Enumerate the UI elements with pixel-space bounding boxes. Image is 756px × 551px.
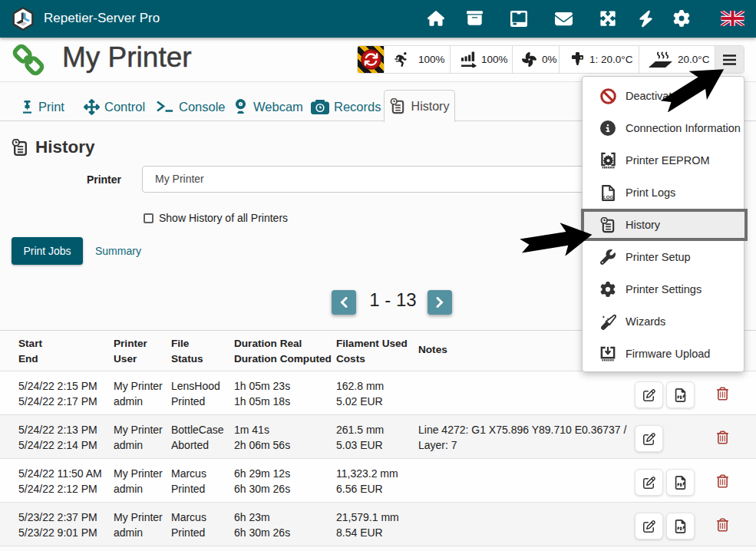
- svg-text:LOG: LOG: [603, 193, 614, 199]
